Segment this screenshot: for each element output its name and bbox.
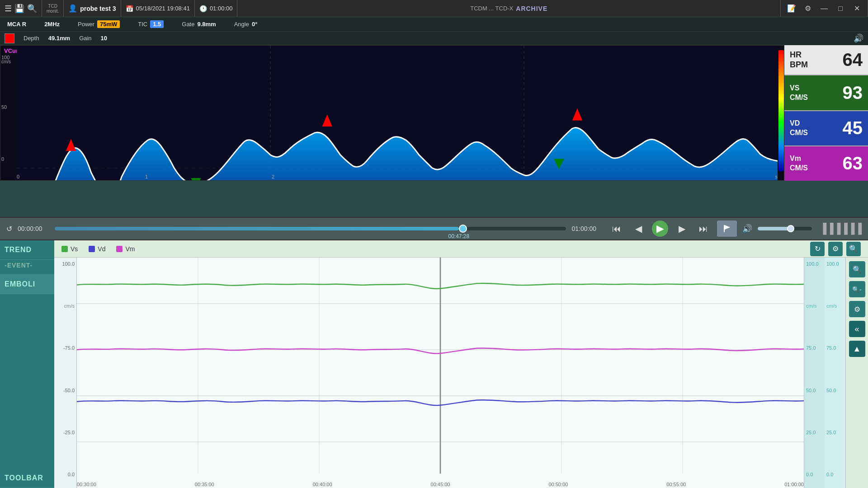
search-icon[interactable]: 🔍 <box>27 4 37 14</box>
hamburger-icon[interactable]: ☰ <box>5 4 12 14</box>
yfr-25: 25.0 <box>826 430 844 435</box>
x-label-1: 1 <box>145 174 148 179</box>
logo-section: TCD monit. <box>42 0 64 17</box>
skip-back-fast-button[interactable]: ⏮ <box>609 221 625 237</box>
skip-forward-fast-button[interactable]: ⏭ <box>695 221 712 237</box>
settings-btn-right[interactable]: ⚙ <box>849 301 865 317</box>
y-unit-left: cm/s <box>54 303 75 309</box>
zoom-in-btn[interactable]: 🔍 <box>849 261 865 277</box>
bars-icon: ▐▐▐▐▐▐ <box>819 223 862 235</box>
trend-chart-container: 100.0 cm/s -75.0 -50.0 -25.0 0.0 <box>54 258 868 488</box>
collapse-btn[interactable]: « <box>849 321 865 337</box>
vd-label: VD CM/S <box>790 119 808 138</box>
svg-marker-8 <box>192 178 200 181</box>
trend-actions: ↻ ⚙ 🔍 <box>810 242 861 256</box>
yr-50: 50.0 <box>806 388 823 393</box>
edit-icon[interactable]: 📝 <box>785 2 798 15</box>
duration-label: 01:00:00 <box>210 5 233 12</box>
vs-value: 93 <box>843 83 863 103</box>
volume-thumb[interactable] <box>787 225 794 232</box>
angle-label: Angle <box>234 21 249 28</box>
probe-value: MCA R <box>7 21 26 28</box>
probe-param: MCA R <box>7 21 26 28</box>
hr-metric: HR BPM 64 <box>784 45 868 75</box>
trend-zoom-in-btn[interactable]: 🔍 <box>846 242 861 256</box>
depth-value[interactable]: 49.1mm <box>48 35 70 42</box>
depth-bar: Depth 49.1mm Gain 10 🔊 <box>0 32 868 45</box>
sound-icon[interactable]: 🔊 <box>854 33 863 43</box>
expand-btn[interactable]: ▲ <box>849 341 865 357</box>
colorbar <box>778 50 784 171</box>
close-button[interactable]: ✕ <box>850 2 863 15</box>
hr-label: HR BPM <box>790 50 808 70</box>
start-time: 00:00:00 <box>18 225 49 232</box>
current-time: 00:47:28 <box>448 233 470 239</box>
y-axis-far-right: 100.0 cm/s 75.0 50.0 25.0 0.0 <box>825 258 845 488</box>
depth-label: Depth <box>24 35 39 42</box>
tcd-logo: TCD monit. <box>47 4 59 14</box>
power-param: Power 75mW <box>78 20 120 28</box>
user-section: 👤 probe test 3 <box>64 0 121 17</box>
play-button[interactable]: ▶ <box>652 221 668 237</box>
sidebar-toolbar[interactable]: TOOLBar <box>0 469 54 488</box>
legend-vm: Vm <box>116 245 135 253</box>
sidebar-trend[interactable]: TREND <box>0 240 54 260</box>
y-label-25: -25.0 <box>54 430 75 435</box>
tic-value[interactable]: 1.5 <box>150 20 164 28</box>
x-label-0045: 00:45:00 <box>431 482 450 487</box>
maximize-button[interactable]: □ <box>834 2 847 15</box>
waveform-section: VCursor = 0.00cm/s 100 cm/s 50 0 <box>0 45 784 181</box>
zoom-out-btn[interactable]: 🔍- <box>849 281 865 297</box>
legend-vm-label: Vm <box>125 245 135 253</box>
settings-icon[interactable]: ⚙ <box>802 2 814 15</box>
power-value[interactable]: 75mW <box>97 20 120 28</box>
gain-value[interactable]: 10 <box>101 35 107 42</box>
skip-back-button[interactable]: ◀ <box>630 221 646 237</box>
x-axis-labels: 00:30:00 00:35:00 00:40:00 00:45:00 00:5… <box>77 482 804 487</box>
vm-metric: Vm CM/S 63 <box>784 146 868 181</box>
legend-vd-label: Vd <box>98 245 105 253</box>
trend-area: Vs Vd Vm ↻ ⚙ 🔍 100.0 cm/s -75.0 -50. <box>54 240 868 488</box>
progress-track[interactable]: 00:47:28 <box>55 227 566 230</box>
volume-icon[interactable]: 🔊 <box>742 224 752 234</box>
refresh-icon[interactable]: ↺ <box>6 225 12 233</box>
sidebar: TREND -EVENT- EMBOLI TOOLBar <box>0 240 54 488</box>
top-bar: ☰ 💾 🔍 TCD monit. 👤 probe test 3 📅 05/18/… <box>0 0 868 17</box>
calendar-icon: 📅 <box>126 5 133 12</box>
x-label-0100: 01:00:00 <box>784 482 804 487</box>
tic-param: TIC 1.5 <box>138 20 164 28</box>
yfr-100: 100.0 <box>826 261 844 267</box>
y-label-0: 0 <box>1 156 4 162</box>
end-time: 01:00:00 <box>571 225 603 232</box>
y-label-cms: cm/s <box>1 59 11 64</box>
yr-75: 75.0 <box>806 345 823 351</box>
system-section: TCDM ... TCD-X ARCHIVE <box>237 0 781 17</box>
sidebar-event[interactable]: -EVENT- <box>0 260 54 275</box>
x-label-2: 2 <box>272 174 274 179</box>
vm-value: 63 <box>843 153 863 174</box>
trend-settings-btn[interactable]: ⚙ <box>828 242 843 256</box>
gate-value: 9.8mm <box>197 21 216 28</box>
x-label-0035: 00:35:00 <box>195 482 214 487</box>
playback-bar: ↺ 00:00:00 00:47:28 01:00:00 ⏮ ◀ ▶ ▶ ⏭ 🔊… <box>0 217 868 240</box>
skip-forward-button[interactable]: ▶ <box>674 221 690 237</box>
trend-refresh-btn[interactable]: ↻ <box>810 242 825 256</box>
yfr-0: 0.0 <box>826 472 844 477</box>
trend-header: Vs Vd Vm ↻ ⚙ 🔍 <box>54 240 868 258</box>
system-text: TCDM ... TCD-X <box>470 5 513 12</box>
yr-25: 25.0 <box>806 430 823 435</box>
y-label-50: -50.0 <box>54 388 75 393</box>
volume-slider[interactable] <box>758 227 812 230</box>
gate-label: Gate <box>182 21 194 28</box>
metrics-section: HR BPM 64 VS CM/S 93 VD CM/S 45 Vm CM/S … <box>784 45 868 181</box>
minimize-button[interactable]: — <box>818 2 830 15</box>
duration-section: 🕐 01:00:00 <box>195 0 238 17</box>
sidebar-emboli[interactable]: EMBOLI <box>0 275 54 294</box>
power-label: Power <box>78 21 94 28</box>
gate-param: Gate 9.8mm <box>182 21 216 28</box>
gain-label: Gain <box>79 35 91 42</box>
save-icon[interactable]: 💾 <box>14 4 24 14</box>
angle-param: Angle 0° <box>234 21 258 28</box>
flag-button[interactable] <box>717 221 737 237</box>
progress-thumb[interactable] <box>459 225 467 233</box>
